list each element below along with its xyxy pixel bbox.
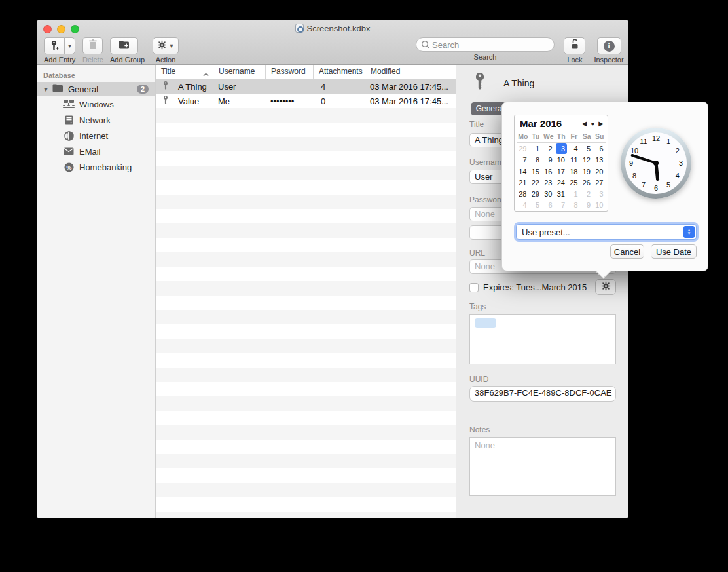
calendar-day[interactable]: 7 <box>555 200 568 212</box>
sidebar-item-label: Internet <box>79 131 108 141</box>
disclosure-triangle-icon[interactable]: ▼ <box>43 86 49 93</box>
expires-gear-button[interactable] <box>595 279 616 295</box>
calendar-day[interactable]: 14 <box>517 167 530 178</box>
calendar-today-icon[interactable]: ● <box>591 120 594 127</box>
column-header-attachments[interactable]: Attachments <box>313 65 365 79</box>
calendar-day[interactable]: 24 <box>555 178 568 189</box>
inspector-button[interactable]: i <box>597 37 621 54</box>
column-header-modified[interactable]: Modified <box>365 65 456 79</box>
calendar-week-row: 21222324252627 <box>517 178 606 189</box>
table-row[interactable]: ValueMe••••••••003 Mar 2016 17:45... <box>156 94 456 108</box>
calendar-day[interactable]: 10 <box>555 155 568 166</box>
use-date-button[interactable]: Use Date <box>651 244 697 259</box>
calendar-day[interactable]: 8 <box>568 200 581 212</box>
column-header-title[interactable]: Title <box>156 65 213 79</box>
uuid-field[interactable]: 38F629B7-FC4E-489C-8DCF-0CAE <box>469 386 616 402</box>
calendar-day[interactable]: 5 <box>581 144 594 155</box>
calendar-day[interactable]: 13 <box>593 155 606 166</box>
key-plus-icon <box>50 41 60 52</box>
calendar-day[interactable]: 6 <box>593 144 606 155</box>
sidebar-item-windows[interactable]: Windows <box>37 96 155 112</box>
calendar-day[interactable]: 8 <box>530 155 543 166</box>
calendar-prev-icon[interactable]: ◀ <box>582 120 587 127</box>
cancel-button[interactable]: Cancel <box>610 244 644 259</box>
empty-row <box>156 411 456 425</box>
calendar-day[interactable]: 29 <box>530 189 543 200</box>
sidebar-item-homebanking[interactable]: %Homebanking <box>37 159 155 175</box>
trash-icon <box>88 39 98 52</box>
calendar-day[interactable]: 2 <box>581 189 594 200</box>
notes-field[interactable]: None <box>469 437 616 496</box>
add-group-button[interactable] <box>110 37 138 54</box>
calendar-day[interactable]: 6 <box>542 200 555 212</box>
calendar-day[interactable]: 2 <box>542 144 555 155</box>
search-label: Search <box>416 53 555 61</box>
window-title: Screenshot.kdbx <box>37 24 628 33</box>
calendar-day[interactable]: 17 <box>555 167 568 178</box>
action-button[interactable]: ▼ <box>153 37 179 54</box>
empty-row <box>156 396 456 411</box>
calendar-day[interactable]: 18 <box>568 167 581 178</box>
sort-ascending-icon <box>203 69 209 79</box>
add-entry-dropdown-arrow[interactable]: ▼ <box>64 37 75 54</box>
calendar-day[interactable]: 16 <box>542 167 555 178</box>
calendar-day[interactable]: 10 <box>593 200 606 212</box>
divider <box>517 142 606 143</box>
calendar-month-title: Mar 2016 <box>520 118 562 129</box>
tag-token[interactable] <box>475 318 496 328</box>
calendar-day[interactable]: 4 <box>517 200 530 212</box>
entry-table: TitleUsernamePasswordAttachmentsModified… <box>156 65 456 518</box>
calendar-day[interactable]: 20 <box>593 167 606 178</box>
expires-checkbox[interactable] <box>469 283 479 292</box>
calendar-day-selected[interactable]: 3 <box>555 144 568 155</box>
calendar-day[interactable]: 22 <box>530 178 543 189</box>
add-entry-button[interactable] <box>44 37 64 54</box>
calendar-day[interactable]: 15 <box>530 167 543 178</box>
sidebar-item-email[interactable]: EMail <box>37 143 155 159</box>
delete-button[interactable] <box>82 37 103 54</box>
calendar-next-icon[interactable]: ▶ <box>598 120 604 127</box>
calendar-day[interactable]: 30 <box>542 189 555 200</box>
calendar-day[interactable]: 31 <box>555 189 568 200</box>
sidebar-item-network[interactable]: Network <box>37 112 155 128</box>
search-input[interactable] <box>416 37 555 52</box>
calendar-day[interactable]: 27 <box>593 178 606 189</box>
key-icon <box>162 96 173 107</box>
workgroup-icon <box>63 99 75 109</box>
calendar-day[interactable]: 9 <box>581 200 594 212</box>
calendar-day[interactable]: 26 <box>581 178 594 189</box>
empty-row <box>156 382 456 396</box>
calendar-day[interactable]: 19 <box>581 167 594 178</box>
sidebar-item-general[interactable]: ▼ General 2 <box>37 82 155 96</box>
calendar-day[interactable]: 7 <box>517 155 530 166</box>
lock-button[interactable] <box>564 37 585 54</box>
envelope-icon <box>63 146 75 157</box>
calendar-day[interactable]: 5 <box>530 200 543 212</box>
calendar-day[interactable]: 3 <box>593 189 606 200</box>
calendar-day[interactable]: 29 <box>517 144 530 155</box>
calendar-day[interactable]: 21 <box>517 178 530 189</box>
sidebar-item-internet[interactable]: Internet <box>37 128 155 143</box>
calendar-week-row: 45678910 <box>517 200 606 212</box>
calendar-day[interactable]: 9 <box>542 155 555 166</box>
tags-box[interactable] <box>469 314 616 364</box>
preset-select[interactable]: Use preset... ▲▼ <box>516 224 697 240</box>
calendar-day[interactable]: 23 <box>542 178 555 189</box>
analog-clock[interactable]: 123456789101112 <box>621 128 691 199</box>
table-row[interactable]: A ThingUser403 Mar 2016 17:45... <box>156 79 456 94</box>
calendar-day[interactable]: 28 <box>517 189 530 200</box>
calendar-day[interactable]: 4 <box>568 144 581 155</box>
column-header-password[interactable]: Password <box>265 65 313 79</box>
minute-hand[interactable] <box>630 154 656 164</box>
svg-text:%: % <box>66 164 71 170</box>
calendar-day[interactable]: 12 <box>581 155 594 166</box>
calendar-day[interactable]: 1 <box>568 189 581 200</box>
calendar-day[interactable]: 25 <box>568 178 581 189</box>
calendar-day[interactable]: 1 <box>530 144 543 155</box>
column-header-username[interactable]: Username <box>213 65 265 79</box>
gear-icon <box>601 281 611 294</box>
select-stepper-icon[interactable]: ▲▼ <box>683 226 695 238</box>
calendar-week-row: 29123456 <box>517 144 606 155</box>
empty-row <box>156 281 456 296</box>
calendar-day[interactable]: 11 <box>568 155 581 166</box>
